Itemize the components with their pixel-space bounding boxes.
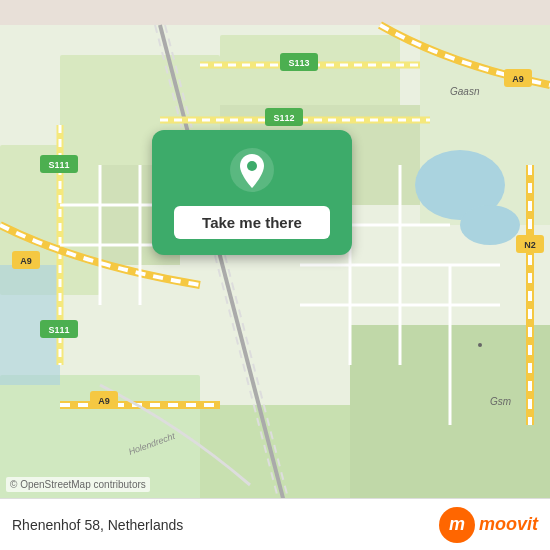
bottom-bar: Rhenenhof 58, Netherlands m moovit xyxy=(0,498,550,550)
take-me-there-button[interactable]: Take me there xyxy=(174,206,330,239)
svg-rect-5 xyxy=(220,35,400,115)
svg-text:S113: S113 xyxy=(288,58,309,68)
map-attribution: © OpenStreetMap contributors xyxy=(6,477,150,492)
moovit-logo-icon: m xyxy=(439,507,475,543)
moovit-logo: m moovit xyxy=(439,507,538,543)
svg-text:Gsm: Gsm xyxy=(490,396,511,407)
moovit-logo-text: moovit xyxy=(479,514,538,535)
svg-text:S111: S111 xyxy=(48,325,69,335)
popup-card: Take me there xyxy=(152,130,352,255)
svg-text:S112: S112 xyxy=(273,113,294,123)
map-container: S113 S112 S111 S111 A9 A9 A9 N2 Gaasn Ho… xyxy=(0,0,550,550)
location-pin-icon xyxy=(230,148,274,192)
svg-text:A9: A9 xyxy=(98,396,110,406)
svg-point-12 xyxy=(460,205,520,245)
svg-text:A9: A9 xyxy=(512,74,524,84)
svg-text:S111: S111 xyxy=(48,160,69,170)
location-label: Rhenenhof 58, Netherlands xyxy=(12,517,183,533)
svg-point-46 xyxy=(478,343,482,347)
svg-text:N2: N2 xyxy=(524,240,536,250)
svg-point-48 xyxy=(247,161,257,171)
map-svg: S113 S112 S111 S111 A9 A9 A9 N2 Gaasn Ho… xyxy=(0,0,550,550)
svg-text:Gaasn: Gaasn xyxy=(450,86,480,97)
svg-text:A9: A9 xyxy=(20,256,32,266)
